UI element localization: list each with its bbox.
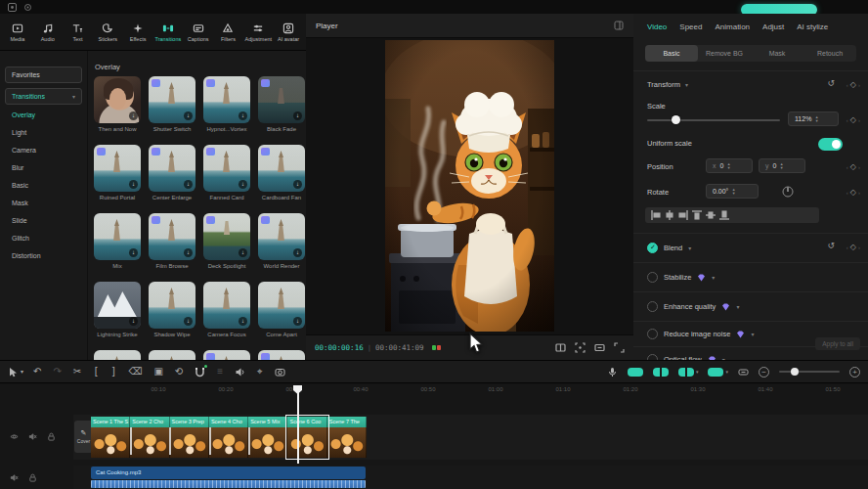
stepper-icon[interactable]: ▴▾ <box>727 162 729 170</box>
crop-right-icon[interactable]: ] <box>110 367 116 377</box>
settings-icon[interactable] <box>23 3 32 12</box>
toolbar-audio[interactable]: Audio <box>33 22 63 42</box>
category-basic[interactable]: Basic <box>12 182 28 189</box>
mirror-preview-icon[interactable] <box>555 342 566 353</box>
fit-timeline-icon[interactable] <box>738 367 749 378</box>
sidebar-item-transitions[interactable]: Transitions ▾ <box>5 88 82 105</box>
transition-card[interactable]: ↓ Camera Focus <box>203 282 250 337</box>
clip-scene-6-selected[interactable]: Scene 6 Coo <box>287 417 326 458</box>
chevron-down-icon[interactable]: ▾ <box>751 331 754 337</box>
align-middle-vertical-icon[interactable] <box>706 210 716 220</box>
transition-card[interactable]: ↓ Hypnot...Vortex <box>203 76 250 132</box>
transition-card[interactable]: ↓ Then and Now <box>94 76 141 132</box>
select-tool-icon[interactable] <box>8 367 19 378</box>
tab-adjust[interactable]: Adjust <box>762 22 784 31</box>
tab-speed[interactable]: Speed <box>679 22 702 31</box>
position-keyframe-icon[interactable]: ‹◇› <box>846 162 860 171</box>
clip-scene-3[interactable]: Scene 3 Prep <box>170 417 209 458</box>
clip-scene-2[interactable]: Scene 2 Cho <box>130 417 169 458</box>
scale-value-field[interactable]: 112% ▴▾ <box>788 111 839 126</box>
transition-card[interactable]: ↓ Lightning Strike <box>94 282 141 337</box>
app-menu-icon[interactable] <box>8 3 17 12</box>
select-tool-caret-icon[interactable]: ▾ <box>21 369 23 375</box>
crop-left-icon[interactable]: [ <box>93 367 99 377</box>
category-light[interactable]: Light <box>12 129 26 136</box>
sidebar-item-favorites[interactable]: Favorites <box>5 67 82 83</box>
chevron-down-icon[interactable]: ▾ <box>725 369 728 375</box>
transition-card[interactable]: ↓ Fanned Card <box>203 145 250 200</box>
apply-to-all-button[interactable]: Apply to all <box>815 337 860 350</box>
voiceover-mic-icon[interactable] <box>607 367 618 378</box>
transition-card[interactable]: ↓ Cardboard Fan <box>258 145 305 200</box>
zoom-in-icon[interactable]: + <box>849 367 860 378</box>
transition-card[interactable]: ↓ World Render <box>258 213 305 269</box>
subtab-basic[interactable]: Basic <box>645 45 698 62</box>
hide-track-icon[interactable] <box>10 432 19 441</box>
transition-card[interactable]: ↓ Deck Spotlight <box>203 213 250 269</box>
rotate-keyframe-icon[interactable]: ‹◇› <box>846 188 860 197</box>
tab-ai-stylize[interactable]: AI stylize <box>797 22 828 31</box>
delete-icon[interactable]: ⌫ <box>128 367 142 377</box>
auto-ripple-icon[interactable] <box>678 368 694 377</box>
timeline-zoom-slider[interactable] <box>779 371 840 373</box>
snapshot-icon[interactable] <box>275 367 285 378</box>
transition-marker[interactable] <box>209 427 211 455</box>
toolbar-filters[interactable]: Filters <box>214 22 243 42</box>
player-options-icon[interactable] <box>614 21 624 30</box>
chevron-down-icon[interactable]: ▾ <box>688 244 691 251</box>
scale-slider-knob[interactable] <box>672 115 680 124</box>
category-slide[interactable]: Slide <box>12 217 27 224</box>
rotate-value-field[interactable]: 0.00° ▴▾ <box>706 184 759 199</box>
transition-marker[interactable] <box>130 427 132 455</box>
mute-track-icon[interactable] <box>10 473 19 482</box>
align-right-icon[interactable] <box>678 210 688 220</box>
toolbar-effects[interactable]: Effects <box>123 22 152 42</box>
transition-card[interactable]: ↓ Black Fade <box>258 76 305 132</box>
duplicate-icon[interactable]: ▣ <box>153 367 162 377</box>
transition-marker[interactable] <box>248 427 250 455</box>
transition-card[interactable]: ↓ Ruined Portal <box>94 145 141 200</box>
subtab-remove-bg[interactable]: Remove BG <box>698 45 751 62</box>
category-blur[interactable]: Blur <box>12 164 23 171</box>
toolbar-transitions[interactable]: Transitions <box>153 22 183 42</box>
focus-icon[interactable] <box>575 342 586 353</box>
position-x-field[interactable]: x 0 ▴▾ <box>706 158 753 173</box>
toolbar-ai-avatar[interactable]: AI avatar <box>274 22 303 42</box>
scale-slider[interactable] <box>647 119 780 121</box>
undo-icon[interactable]: ↶ <box>33 367 41 377</box>
transition-card[interactable] <box>258 350 305 360</box>
clip-audio-icon[interactable] <box>235 367 245 378</box>
reset-transform-icon[interactable]: ↺ <box>827 78 835 88</box>
collapse-icon[interactable]: ▾ <box>685 81 688 88</box>
blend-checkbox[interactable] <box>647 243 658 253</box>
category-distortion[interactable]: Distortion <box>12 252 41 259</box>
enhance-quality-checkbox[interactable] <box>647 301 658 312</box>
toolbar-text[interactable]: Text <box>64 22 93 42</box>
toolbar-media[interactable]: Media <box>3 22 32 42</box>
split-icon[interactable]: ✂ <box>73 367 81 377</box>
align-bottom-icon[interactable] <box>719 210 729 220</box>
transition-card[interactable]: ↓ Come Apart <box>258 282 305 337</box>
transition-card[interactable]: ↓ Film Browse <box>149 213 195 269</box>
toolbar-stickers[interactable]: Stickers <box>93 22 122 42</box>
transition-card[interactable]: ↓ Center Enlarge <box>149 145 195 200</box>
clip-scene-4[interactable]: Scene 4 Cho <box>209 417 248 458</box>
timeline-zoom-knob[interactable] <box>791 368 799 376</box>
category-mask[interactable]: Mask <box>12 200 28 206</box>
transition-card[interactable]: ↓ Mix <box>94 213 141 269</box>
transform-keyframe-icon[interactable]: ‹◇› <box>846 80 860 89</box>
lock-track-icon[interactable] <box>28 473 37 482</box>
audio-clip[interactable]: Cat Cooking.mp3 <box>91 467 366 479</box>
scale-keyframe-icon[interactable]: ‹◇› <box>846 115 860 124</box>
transition-card[interactable]: ↓ Shutter Switch <box>149 76 195 132</box>
toolbar-adjustment[interactable]: Adjustment <box>243 22 273 42</box>
align-left-icon[interactable] <box>651 210 661 220</box>
track-pair-icon[interactable] <box>653 368 669 377</box>
reset-blend-icon[interactable]: ↺ <box>827 241 835 250</box>
rotate-dial-icon[interactable] <box>782 186 794 198</box>
uniform-scale-toggle[interactable] <box>818 138 843 151</box>
reverse-icon[interactable]: ⟲ <box>175 367 183 377</box>
transition-card[interactable]: ↓ Shadow Wipe <box>149 282 195 337</box>
reduce-noise-checkbox[interactable] <box>647 329 658 339</box>
video-preview[interactable] <box>385 40 554 332</box>
